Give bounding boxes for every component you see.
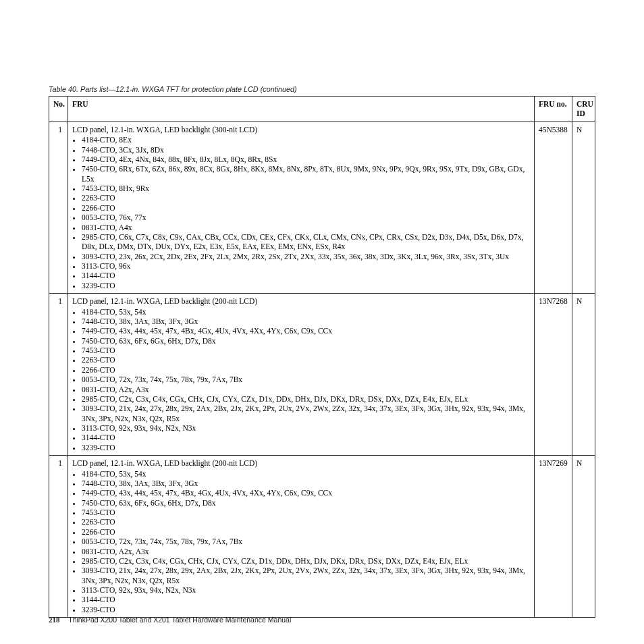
fru-bullet: 3113-CTO, 92x, 93x, 94x, N2x, N3x: [82, 585, 530, 595]
fru-bullet: 0053-CTO, 76x, 77x: [82, 213, 530, 222]
fru-bullet: 3113-CTO, 92x, 93x, 94x, N2x, N3x: [82, 423, 530, 433]
fru-bullet: 7449-CTO, 43x, 44x, 45x, 47x, 4Bx, 4Gx, …: [82, 326, 530, 336]
fru-bullet: 0831-CTO, A2x, A3x: [82, 547, 530, 556]
cell-no: 1: [49, 294, 68, 456]
fru-bullet: 2263-CTO: [82, 517, 530, 527]
fru-bullet: 3093-CTO, 21x, 24x, 27x, 28x, 29x, 2Ax, …: [82, 404, 530, 423]
fru-bullet-list: 4184-CTO, 53x, 54x7448-CTO, 38x, 3Ax, 3B…: [72, 469, 530, 615]
fru-bullet: 0831-CTO, A4x: [82, 223, 530, 232]
fru-bullet: 3144-CTO: [82, 433, 530, 442]
table-row: 1LCD panel, 12.1-in. WXGA, LED backlight…: [49, 122, 595, 293]
table-caption: Table 40. Parts list—12.1-in. WXGA TFT f…: [49, 85, 595, 93]
fru-bullet: 0831-CTO, A2x, A3x: [82, 385, 530, 394]
fru-bullet: 3093-CTO, 21x, 24x, 27x, 28x, 29x, 2Ax, …: [82, 566, 530, 585]
header-cru-id: CRU ID: [572, 97, 595, 122]
fru-bullet: 7453-CTO: [82, 508, 530, 517]
fru-bullet: 3239-CTO: [82, 443, 530, 452]
fru-bullet: 2266-CTO: [82, 527, 530, 537]
fru-bullet: 2985-CTO, C2x, C3x, C4x, CGx, CHx, CJx, …: [82, 556, 530, 566]
fru-bullet: 7448-CTO, 38x, 3Ax, 3Bx, 3Fx, 3Gx: [82, 317, 530, 326]
fru-bullet: 4184-CTO, 53x, 54x: [82, 307, 530, 317]
cell-cru-id: N: [572, 294, 595, 456]
fru-description: LCD panel, 12.1-in. WXGA, LED backlight …: [72, 458, 530, 468]
fru-bullet: 7448-CTO, 3Cx, 3Jx, 8Dx: [82, 145, 530, 155]
cell-cru-id: N: [572, 456, 595, 618]
fru-bullet: 7448-CTO, 38x, 3Ax, 3Bx, 3Fx, 3Gx: [82, 479, 530, 488]
table-row: 1LCD panel, 12.1-in. WXGA, LED backlight…: [49, 294, 595, 456]
fru-description: LCD panel, 12.1-in. WXGA, LED backlight …: [72, 296, 530, 306]
cell-no: 1: [49, 456, 68, 618]
cell-fru: LCD panel, 12.1-in. WXGA, LED backlight …: [68, 456, 535, 618]
fru-bullet: 7453-CTO: [82, 346, 530, 355]
cell-fru-no: 45N5388: [535, 122, 572, 293]
cell-fru-no: 13N7268: [535, 294, 572, 456]
fru-bullet: 4184-CTO, 53x, 54x: [82, 469, 530, 479]
fru-bullet: 2266-CTO: [82, 203, 530, 213]
fru-bullet: 3093-CTO, 23x, 26x, 2Cx, 2Dx, 2Ex, 2Fx, …: [82, 252, 530, 261]
fru-bullet: 3239-CTO: [82, 605, 530, 614]
fru-bullet-list: 4184-CTO, 8Ex7448-CTO, 3Cx, 3Jx, 8Dx7449…: [72, 135, 530, 290]
table-header-row: No. FRU FRU no. CRU ID: [49, 97, 595, 122]
fru-bullet: 3113-CTO, 96x: [82, 261, 530, 271]
fru-bullet: 2985-CTO, C6x, C7x, C8x, C9x, CAx, CBx, …: [82, 232, 530, 252]
fru-bullet: 7449-CTO, 43x, 44x, 45x, 47x, 4Bx, 4Gx, …: [82, 488, 530, 498]
header-no: No.: [49, 97, 68, 122]
table-row: 1LCD panel, 12.1-in. WXGA, LED backlight…: [49, 456, 595, 618]
fru-bullet: 3239-CTO: [82, 281, 530, 290]
fru-bullet: 2985-CTO, C2x, C3x, C4x, CGx, CHx, CJx, …: [82, 394, 530, 404]
fru-bullet: 7449-CTO, 4Ex, 4Nx, 84x, 88x, 8Fx, 8Jx, …: [82, 155, 530, 164]
page-number: 218: [49, 616, 60, 624]
fru-bullet: 0053-CTO, 72x, 73x, 74x, 75x, 78x, 79x, …: [82, 537, 530, 546]
fru-description: LCD panel, 12.1-in. WXGA, LED backlight …: [72, 125, 530, 134]
fru-bullet: 7453-CTO, 8Hx, 9Rx: [82, 184, 530, 193]
manual-title: ThinkPad X200 Tablet and X201 Tablet Har…: [68, 616, 291, 624]
parts-table: No. FRU FRU no. CRU ID 1LCD panel, 12.1-…: [49, 96, 595, 618]
fru-bullet: 7450-CTO, 63x, 6Fx, 6Gx, 6Hx, D7x, D8x: [82, 336, 530, 346]
header-fru: FRU: [68, 97, 535, 122]
fru-bullet: 7450-CTO, 6Rx, 6Tx, 6Zx, 86x, 89x, 8Cx, …: [82, 164, 530, 184]
cell-fru: LCD panel, 12.1-in. WXGA, LED backlight …: [68, 294, 535, 456]
fru-bullet-list: 4184-CTO, 53x, 54x7448-CTO, 38x, 3Ax, 3B…: [72, 307, 530, 453]
fru-bullet: 4184-CTO, 8Ex: [82, 135, 530, 144]
cell-fru: LCD panel, 12.1-in. WXGA, LED backlight …: [68, 122, 535, 293]
cell-fru-no: 13N7269: [535, 456, 572, 618]
fru-bullet: 2263-CTO: [82, 355, 530, 365]
fru-bullet: 2263-CTO: [82, 193, 530, 203]
fru-bullet: 7450-CTO, 63x, 6Fx, 6Gx, 6Hx, D7x, D8x: [82, 498, 530, 508]
fru-bullet: 3144-CTO: [82, 595, 530, 604]
fru-bullet: 0053-CTO, 72x, 73x, 74x, 75x, 78x, 79x, …: [82, 375, 530, 384]
fru-bullet: 3144-CTO: [82, 271, 530, 280]
cell-cru-id: N: [572, 122, 595, 293]
fru-bullet: 2266-CTO: [82, 365, 530, 375]
page-footer: 218 ThinkPad X200 Tablet and X201 Tablet…: [49, 616, 291, 624]
header-fru-no: FRU no.: [535, 97, 572, 122]
cell-no: 1: [49, 122, 68, 293]
